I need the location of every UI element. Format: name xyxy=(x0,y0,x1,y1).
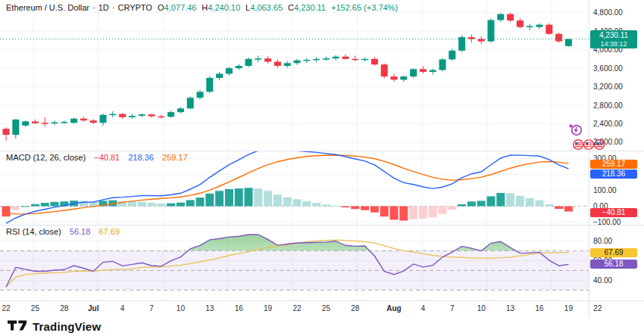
time-axis-label: 13 xyxy=(506,304,515,313)
macd-signal-value: 259.17 xyxy=(162,153,188,162)
macd-axis-label: 100.00 xyxy=(593,186,617,194)
tradingview-chart: 4,800.004,400.004,000.003,600.003,200.00… xyxy=(0,0,644,336)
time-axis-label: 13 xyxy=(205,304,214,313)
time-axis-label: Aug xyxy=(386,304,401,313)
ohlc-values: O4,077.46H4,240.10L4,063.65C4,230.11 xyxy=(152,3,326,12)
time-axis-label: 16 xyxy=(535,304,544,313)
ohlc-letter-C: C xyxy=(288,3,294,12)
time-axis-label: Jul xyxy=(88,304,99,313)
price-axis-label: 2,400.00 xyxy=(593,120,623,128)
rsi-axis-label: 80.00 xyxy=(593,237,612,245)
time-axis-label: 25 xyxy=(322,304,331,313)
ohlc-value-L: 4,063.65 xyxy=(250,3,283,12)
symbol-title: Ethereum / U.S. Dollar xyxy=(6,3,89,12)
legend-separator: · xyxy=(92,3,95,12)
macd-hist-badge: −40.81 xyxy=(590,208,637,217)
time-axis-label: 4 xyxy=(120,304,125,313)
time-axis-label: 16 xyxy=(235,304,244,313)
price-axis-label: 4,800.00 xyxy=(593,8,623,17)
tradingview-logo-mark xyxy=(8,319,27,333)
time-axis-label: 25 xyxy=(31,304,40,313)
time-axis-label: 10 xyxy=(477,304,486,313)
rsi-value: 56.18 xyxy=(70,227,91,236)
tradingview-logo[interactable]: TradingView xyxy=(8,319,101,333)
macd-axis-label: −100.00 xyxy=(593,218,621,226)
rsi-title: RSI xyxy=(6,227,20,236)
price-axis-label: 3,200.00 xyxy=(593,82,623,91)
change-label: +152.65 (+3.74%) xyxy=(331,3,398,12)
tradingview-logo-text: TradingView xyxy=(33,320,101,333)
rsi-params: (14, close) xyxy=(22,227,61,236)
rsi-legend: RSI (14, close) 56.18 67.69 xyxy=(6,227,120,237)
macd-params: (12, 26, close) xyxy=(33,153,86,162)
rsi-ma-value: 67.69 xyxy=(98,227,120,236)
time-axis-label: 28 xyxy=(351,304,360,313)
flash-event-icon[interactable] xyxy=(569,124,582,135)
time-axis-label: 28 xyxy=(60,304,69,313)
us-flag-event-icon[interactable] xyxy=(574,140,583,150)
time-axis-label: 7 xyxy=(450,304,455,313)
time-axis-label: 4 xyxy=(421,304,426,313)
macd-hist-value: −40.81 xyxy=(94,153,120,162)
macd-title: MACD xyxy=(6,153,30,162)
price-axis-label: 3,600.00 xyxy=(593,64,623,73)
time-axis-label: 19 xyxy=(564,304,574,313)
ohlc-value-H: 4,240.10 xyxy=(208,3,240,12)
macd-line-badge: 218.36 xyxy=(590,170,637,179)
current-price-badge: 4,230.11 14:38:12 xyxy=(590,30,637,48)
price-axis-label: 2,000.00 xyxy=(593,138,623,146)
macd-signal-badge: 259.17 xyxy=(590,160,637,169)
rsi-axis-label: 40.00 xyxy=(593,276,612,285)
rsi-badge: 56.18 xyxy=(590,260,637,269)
rsi-bands xyxy=(0,250,589,290)
ohlc-value-C: 4,230.11 xyxy=(294,3,326,12)
time-axis-label: 22 xyxy=(2,304,11,313)
symbol-legend: Ethereum / U.S. Dollar·1D·CRYPTOO4,077.4… xyxy=(6,3,398,13)
time-axis-label: 7 xyxy=(149,304,154,313)
rsi-ma-badge: 67.69 xyxy=(590,248,637,257)
time-axis-label: 10 xyxy=(177,304,186,313)
macd-line-value: 218.36 xyxy=(128,153,154,162)
ohlc-value-O: 4,077.46 xyxy=(164,3,196,12)
time-axis-label: 19 xyxy=(264,304,273,313)
macd-legend: MACD (12, 26, close) −40.81 218.36 259.1… xyxy=(6,153,188,163)
time-axis-label: 22 xyxy=(593,304,602,313)
legend-separator: · xyxy=(112,3,115,12)
price-axis-label: 2,800.00 xyxy=(593,101,623,110)
time-axis-label: 22 xyxy=(292,304,302,313)
interval-label: 1D xyxy=(98,3,109,12)
bar-countdown: 14:38:12 xyxy=(592,40,636,48)
time-scale[interactable]: 222528Jul4710131619222528Aug471013161922 xyxy=(2,304,602,313)
market-type-label: CRYPTO xyxy=(117,3,152,12)
current-price-value: 4,230.11 xyxy=(592,31,636,40)
